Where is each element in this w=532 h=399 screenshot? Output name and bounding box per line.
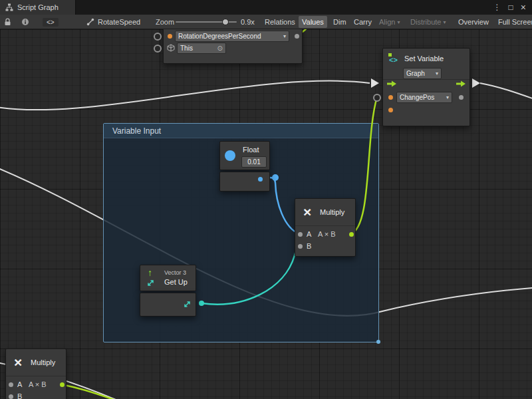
zoom-slider-handle[interactable] [222,19,229,25]
port-out-dot[interactable] [60,382,65,387]
variable-port-dot[interactable] [388,95,393,100]
kebab-menu-icon[interactable]: ⋮ [493,0,501,15]
object-picker-icon[interactable]: ⊙ [217,45,223,52]
node-float-literal-port-strip[interactable] [219,172,270,192]
script-graph-window: Script Graph ⋮ □ × <> [0,0,532,399]
zoom-slider[interactable] [176,15,237,29]
port-b-dot[interactable] [9,394,13,399]
relations-button[interactable]: Relations [261,16,299,28]
cube-icon [167,44,175,52]
maximize-icon[interactable]: □ [509,0,513,15]
chevron-down-icon: ▾ [397,19,400,25]
flow-input-triangle[interactable] [371,78,379,88]
info-icon[interactable] [21,15,29,29]
set-variable-icon: <> [388,53,402,65]
group-resize-handle[interactable] [376,340,380,344]
node-get-up[interactable]: ↑ Vector 3 Get Up [140,265,196,291]
value-input-port-dot[interactable] [388,108,393,112]
node-rotation-variable[interactable]: RotationDegreesPerSecond ▾ This ⊙ [163,29,303,64]
port-a-label: A [17,380,22,388]
flow-output-triangle[interactable] [472,78,480,88]
port-a-label: A [307,230,311,238]
chevron-down-icon: ▾ [281,33,286,39]
zoom-slider-track[interactable] [176,21,237,23]
variable-name-dropdown[interactable]: ChangePos ▾ [396,92,452,103]
diagonal-arrows-icon [146,279,155,287]
fullscreen-button[interactable]: Full Screen [495,16,532,28]
group-header[interactable]: Variable Input [104,124,378,138]
node-type-label: Vector 3 [164,269,186,276]
chevron-down-icon: ▾ [443,19,446,25]
info-glyph [21,18,29,26]
chevron-down-icon: ▾ [433,70,438,76]
target-object-field[interactable]: This ⊙ [177,43,226,54]
node-get-up-port-strip[interactable] [140,293,196,317]
setvariable-output-port-dot[interactable] [459,95,464,100]
graph-canvas[interactable]: Variable Input RotationDegreesPerS [0,29,532,399]
group-title: Variable Input [112,126,161,136]
multiply-icon: × [303,205,311,219]
distribute-button[interactable]: Distribute▾ [407,16,449,28]
port-a-dot[interactable] [298,232,303,237]
wire-white-into-setvariable[interactable] [0,81,370,110]
dim-button[interactable]: Dim [330,16,350,28]
node-title: Float [243,146,259,154]
align-button[interactable]: Align▾ [376,16,403,28]
port-ring-changepos[interactable] [373,94,381,102]
rotation-output-port-dot[interactable] [295,34,299,39]
close-icon[interactable]: × [521,0,526,15]
graph-name-label: RotateSpeed [98,15,140,29]
port-b-dot[interactable] [298,244,303,249]
port-ring-rotation-row2[interactable] [154,45,162,53]
variable-scope-dropdown[interactable]: Graph ▾ [403,68,442,79]
divider [295,225,355,226]
script-graph-icon [5,3,13,11]
graph-asset-icon [86,15,94,29]
lock-glyph [4,18,11,26]
port-out-label: A × B [318,230,336,238]
port-b-label: B [17,392,22,399]
float-value-input[interactable]: 0.01 [241,156,267,168]
tab-script-graph[interactable]: Script Graph [0,0,76,15]
up-arrow-icon: ↑ [148,268,152,277]
tab-label: Script Graph [17,3,59,11]
port-out-dot[interactable] [349,232,354,237]
port-b-label: B [307,242,311,250]
graph-asset-glyph [86,18,94,26]
float-type-icon [225,150,235,161]
window-controls: ⋮ □ × [493,0,532,15]
node-set-variable[interactable]: <> Set Variable Graph ▾ ChangePos ▾ [382,48,470,126]
overview-button[interactable]: Overview [455,16,492,28]
float-output-port-dot[interactable] [258,177,263,182]
port-out-label: A × B [29,380,47,388]
chevron-down-icon: ▾ [444,94,449,100]
set-variable-icon-code: <> [389,56,398,64]
node-multiply-2[interactable]: × Multiply A A × B B [5,348,66,399]
wire-lime-multiply2-out[interactable] [61,384,158,399]
vector-output-port-icon[interactable] [183,300,192,309]
variable-name-dropdown[interactable]: RotationDegreesPerSecond ▾ [175,31,289,42]
port-a-dot[interactable] [9,382,13,387]
node-float-literal[interactable]: Float 0.01 [219,141,270,170]
wire-white-out-of-setvariable[interactable] [480,83,532,101]
values-button[interactable]: Values [299,16,327,28]
node-title: Set Variable [404,55,444,63]
graph-toolbar: <> RotateSpeed Zoom 0.9x Relations Value… [0,15,532,29]
code-view-button[interactable]: <> [43,15,59,29]
carry-button[interactable]: Carry [350,16,375,28]
variable-port-dot[interactable] [168,34,172,39]
zoom-value: 0.9x [241,15,255,29]
node-title: Multiply [31,358,55,366]
divider [6,376,66,376]
node-multiply[interactable]: × Multiply A A × B B [295,198,356,257]
node-title: Get Up [164,278,188,286]
titlebar: Script Graph ⋮ □ × [0,0,532,15]
lock-icon[interactable] [4,15,11,29]
flow-out-arrow-icon[interactable] [456,80,466,88]
code-icon: <> [43,18,59,27]
flow-in-arrow-icon[interactable] [387,80,397,88]
port-ring-rotation-row1[interactable] [154,33,162,41]
zoom-label: Zoom [156,15,174,29]
multiply-icon: × [14,355,22,369]
node-title: Multiply [320,208,344,216]
